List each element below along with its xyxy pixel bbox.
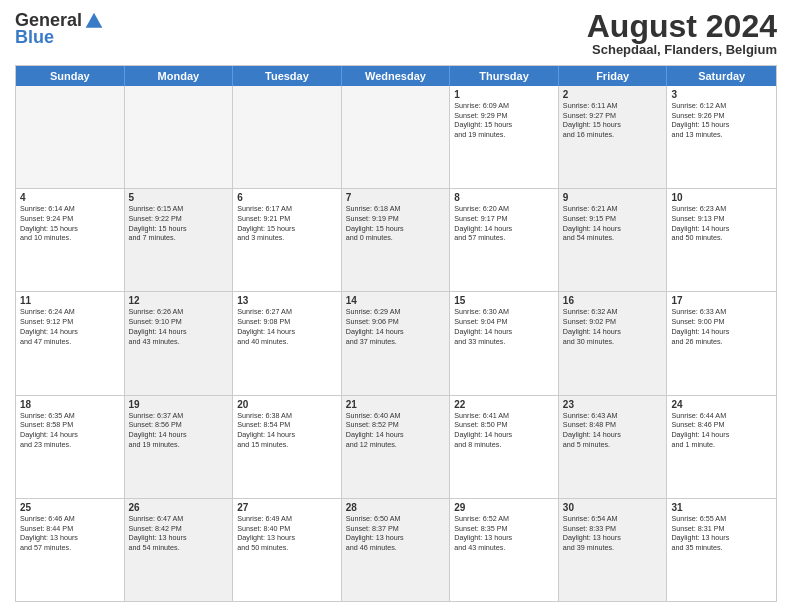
day-number: 16 — [563, 295, 663, 306]
day-number: 12 — [129, 295, 229, 306]
month-title: August 2024 — [587, 10, 777, 42]
cell-info: Sunrise: 6:11 AM Sunset: 9:27 PM Dayligh… — [563, 101, 663, 140]
day-cell-12: 12Sunrise: 6:26 AM Sunset: 9:10 PM Dayli… — [125, 292, 234, 394]
cell-info: Sunrise: 6:29 AM Sunset: 9:06 PM Dayligh… — [346, 307, 446, 346]
cell-info: Sunrise: 6:41 AM Sunset: 8:50 PM Dayligh… — [454, 411, 554, 450]
day-cell-20: 20Sunrise: 6:38 AM Sunset: 8:54 PM Dayli… — [233, 396, 342, 498]
day-cell-30: 30Sunrise: 6:54 AM Sunset: 8:33 PM Dayli… — [559, 499, 668, 601]
day-number: 26 — [129, 502, 229, 513]
cell-info: Sunrise: 6:33 AM Sunset: 9:00 PM Dayligh… — [671, 307, 772, 346]
day-number: 13 — [237, 295, 337, 306]
day-cell-17: 17Sunrise: 6:33 AM Sunset: 9:00 PM Dayli… — [667, 292, 776, 394]
day-cell-15: 15Sunrise: 6:30 AM Sunset: 9:04 PM Dayli… — [450, 292, 559, 394]
day-cell-2: 2Sunrise: 6:11 AM Sunset: 9:27 PM Daylig… — [559, 86, 668, 188]
calendar-row-2: 11Sunrise: 6:24 AM Sunset: 9:12 PM Dayli… — [16, 292, 776, 395]
day-cell-23: 23Sunrise: 6:43 AM Sunset: 8:48 PM Dayli… — [559, 396, 668, 498]
svg-marker-0 — [86, 12, 103, 27]
weekday-header-wednesday: Wednesday — [342, 66, 451, 86]
cell-info: Sunrise: 6:54 AM Sunset: 8:33 PM Dayligh… — [563, 514, 663, 553]
day-number: 15 — [454, 295, 554, 306]
calendar-header: SundayMondayTuesdayWednesdayThursdayFrid… — [16, 66, 776, 86]
cell-info: Sunrise: 6:30 AM Sunset: 9:04 PM Dayligh… — [454, 307, 554, 346]
cell-info: Sunrise: 6:18 AM Sunset: 9:19 PM Dayligh… — [346, 204, 446, 243]
location: Schepdaal, Flanders, Belgium — [587, 42, 777, 57]
day-number: 22 — [454, 399, 554, 410]
day-number: 7 — [346, 192, 446, 203]
day-cell-13: 13Sunrise: 6:27 AM Sunset: 9:08 PM Dayli… — [233, 292, 342, 394]
calendar-row-1: 4Sunrise: 6:14 AM Sunset: 9:24 PM Daylig… — [16, 189, 776, 292]
day-cell-6: 6Sunrise: 6:17 AM Sunset: 9:21 PM Daylig… — [233, 189, 342, 291]
calendar: SundayMondayTuesdayWednesdayThursdayFrid… — [15, 65, 777, 602]
cell-info: Sunrise: 6:27 AM Sunset: 9:08 PM Dayligh… — [237, 307, 337, 346]
day-number: 27 — [237, 502, 337, 513]
weekday-header-tuesday: Tuesday — [233, 66, 342, 86]
day-cell-31: 31Sunrise: 6:55 AM Sunset: 8:31 PM Dayli… — [667, 499, 776, 601]
cell-info: Sunrise: 6:52 AM Sunset: 8:35 PM Dayligh… — [454, 514, 554, 553]
day-cell-18: 18Sunrise: 6:35 AM Sunset: 8:58 PM Dayli… — [16, 396, 125, 498]
page: General Blue August 2024 Schepdaal, Flan… — [0, 0, 792, 612]
cell-info: Sunrise: 6:40 AM Sunset: 8:52 PM Dayligh… — [346, 411, 446, 450]
title-block: August 2024 Schepdaal, Flanders, Belgium — [587, 10, 777, 57]
logo-icon — [84, 11, 104, 31]
day-cell-28: 28Sunrise: 6:50 AM Sunset: 8:37 PM Dayli… — [342, 499, 451, 601]
logo: General Blue — [15, 10, 104, 48]
day-number: 10 — [671, 192, 772, 203]
logo-blue-text: Blue — [15, 27, 54, 48]
day-cell-3: 3Sunrise: 6:12 AM Sunset: 9:26 PM Daylig… — [667, 86, 776, 188]
weekday-header-friday: Friday — [559, 66, 668, 86]
weekday-header-sunday: Sunday — [16, 66, 125, 86]
day-number: 28 — [346, 502, 446, 513]
day-number: 6 — [237, 192, 337, 203]
day-number: 23 — [563, 399, 663, 410]
cell-info: Sunrise: 6:21 AM Sunset: 9:15 PM Dayligh… — [563, 204, 663, 243]
cell-info: Sunrise: 6:47 AM Sunset: 8:42 PM Dayligh… — [129, 514, 229, 553]
calendar-row-0: 1Sunrise: 6:09 AM Sunset: 9:29 PM Daylig… — [16, 86, 776, 189]
day-cell-4: 4Sunrise: 6:14 AM Sunset: 9:24 PM Daylig… — [16, 189, 125, 291]
day-cell-16: 16Sunrise: 6:32 AM Sunset: 9:02 PM Dayli… — [559, 292, 668, 394]
empty-cell-0-1 — [125, 86, 234, 188]
cell-info: Sunrise: 6:09 AM Sunset: 9:29 PM Dayligh… — [454, 101, 554, 140]
empty-cell-0-2 — [233, 86, 342, 188]
day-number: 29 — [454, 502, 554, 513]
day-number: 4 — [20, 192, 120, 203]
day-number: 21 — [346, 399, 446, 410]
day-cell-27: 27Sunrise: 6:49 AM Sunset: 8:40 PM Dayli… — [233, 499, 342, 601]
cell-info: Sunrise: 6:43 AM Sunset: 8:48 PM Dayligh… — [563, 411, 663, 450]
cell-info: Sunrise: 6:50 AM Sunset: 8:37 PM Dayligh… — [346, 514, 446, 553]
day-number: 18 — [20, 399, 120, 410]
weekday-header-saturday: Saturday — [667, 66, 776, 86]
day-cell-22: 22Sunrise: 6:41 AM Sunset: 8:50 PM Dayli… — [450, 396, 559, 498]
cell-info: Sunrise: 6:55 AM Sunset: 8:31 PM Dayligh… — [671, 514, 772, 553]
day-number: 31 — [671, 502, 772, 513]
day-cell-8: 8Sunrise: 6:20 AM Sunset: 9:17 PM Daylig… — [450, 189, 559, 291]
cell-info: Sunrise: 6:15 AM Sunset: 9:22 PM Dayligh… — [129, 204, 229, 243]
calendar-row-4: 25Sunrise: 6:46 AM Sunset: 8:44 PM Dayli… — [16, 499, 776, 601]
cell-info: Sunrise: 6:14 AM Sunset: 9:24 PM Dayligh… — [20, 204, 120, 243]
day-cell-11: 11Sunrise: 6:24 AM Sunset: 9:12 PM Dayli… — [16, 292, 125, 394]
weekday-header-monday: Monday — [125, 66, 234, 86]
cell-info: Sunrise: 6:12 AM Sunset: 9:26 PM Dayligh… — [671, 101, 772, 140]
calendar-row-3: 18Sunrise: 6:35 AM Sunset: 8:58 PM Dayli… — [16, 396, 776, 499]
empty-cell-0-3 — [342, 86, 451, 188]
day-cell-25: 25Sunrise: 6:46 AM Sunset: 8:44 PM Dayli… — [16, 499, 125, 601]
day-number: 30 — [563, 502, 663, 513]
header: General Blue August 2024 Schepdaal, Flan… — [15, 10, 777, 57]
day-cell-19: 19Sunrise: 6:37 AM Sunset: 8:56 PM Dayli… — [125, 396, 234, 498]
empty-cell-0-0 — [16, 86, 125, 188]
day-cell-10: 10Sunrise: 6:23 AM Sunset: 9:13 PM Dayli… — [667, 189, 776, 291]
cell-info: Sunrise: 6:37 AM Sunset: 8:56 PM Dayligh… — [129, 411, 229, 450]
cell-info: Sunrise: 6:26 AM Sunset: 9:10 PM Dayligh… — [129, 307, 229, 346]
day-number: 25 — [20, 502, 120, 513]
cell-info: Sunrise: 6:35 AM Sunset: 8:58 PM Dayligh… — [20, 411, 120, 450]
cell-info: Sunrise: 6:24 AM Sunset: 9:12 PM Dayligh… — [20, 307, 120, 346]
day-number: 5 — [129, 192, 229, 203]
day-number: 20 — [237, 399, 337, 410]
cell-info: Sunrise: 6:46 AM Sunset: 8:44 PM Dayligh… — [20, 514, 120, 553]
day-number: 17 — [671, 295, 772, 306]
calendar-body: 1Sunrise: 6:09 AM Sunset: 9:29 PM Daylig… — [16, 86, 776, 601]
day-cell-26: 26Sunrise: 6:47 AM Sunset: 8:42 PM Dayli… — [125, 499, 234, 601]
day-number: 2 — [563, 89, 663, 100]
day-number: 3 — [671, 89, 772, 100]
day-cell-7: 7Sunrise: 6:18 AM Sunset: 9:19 PM Daylig… — [342, 189, 451, 291]
day-cell-14: 14Sunrise: 6:29 AM Sunset: 9:06 PM Dayli… — [342, 292, 451, 394]
